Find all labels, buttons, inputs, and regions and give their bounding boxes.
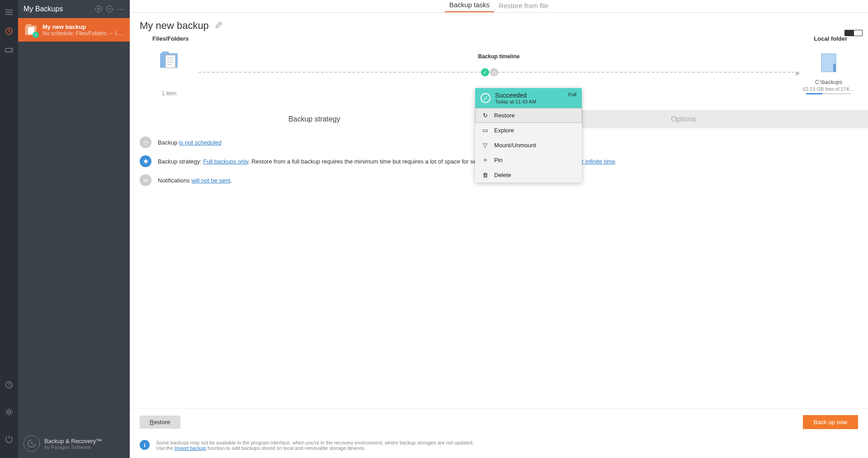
dest-path: C:\backups bbox=[815, 79, 842, 85]
source-block[interactable]: 1 item bbox=[140, 48, 198, 97]
backup-item-subtitle: No schedule: Files/Folders → Loca... bbox=[42, 30, 124, 37]
timeline-node[interactable] bbox=[481, 68, 498, 76]
context-popup: Succeeded Today at 11:43 AM Full ↻Restor… bbox=[475, 88, 582, 182]
source-item-count: 1 item bbox=[162, 90, 177, 97]
add-backup-icon[interactable] bbox=[94, 5, 103, 13]
popup-success-icon bbox=[481, 93, 491, 103]
disk-icon[interactable] bbox=[4, 45, 14, 56]
dest-block[interactable]: C:\backups 62.13 GB free of 174.... bbox=[799, 50, 858, 94]
settings-icon[interactable] bbox=[4, 407, 14, 417]
strategy-icon: ✱ bbox=[140, 155, 151, 167]
pin-icon: ✧ bbox=[481, 157, 489, 164]
notification-icon: ✉ bbox=[140, 174, 151, 186]
main-content: Backup tasks Restore from file My new ba… bbox=[130, 0, 868, 458]
svg-point-2 bbox=[11, 50, 12, 51]
popup-time: Today at 11:43 AM bbox=[495, 99, 568, 104]
product-name: Backup & Recovery™ bbox=[44, 438, 102, 444]
more-icon[interactable]: ⋯ bbox=[116, 5, 124, 13]
popup-explore[interactable]: ▭Explore bbox=[475, 123, 582, 138]
success-badge-icon bbox=[33, 32, 39, 38]
source-label: Files/Folders bbox=[152, 35, 189, 42]
company-name: by Paragon Software bbox=[44, 444, 102, 450]
remove-backup-icon[interactable] bbox=[105, 5, 113, 13]
svg-rect-11 bbox=[833, 64, 836, 72]
mount-icon: ▽ bbox=[481, 142, 489, 149]
dest-usage-bar bbox=[806, 93, 851, 94]
product-logo-icon bbox=[24, 435, 40, 452]
timeline-label: Backup timeline bbox=[478, 53, 519, 60]
menu-icon[interactable] bbox=[4, 7, 14, 18]
restore-label: estore bbox=[154, 419, 170, 425]
delete-icon: 🗑 bbox=[481, 172, 489, 178]
schedule-link[interactable]: is not scheduled bbox=[179, 139, 222, 146]
restore-icon: ↻ bbox=[481, 112, 489, 119]
popup-status: Succeeded bbox=[495, 92, 568, 99]
popup-tag: Full bbox=[568, 92, 576, 97]
popup-mount[interactable]: ▽Mount/Unmount bbox=[475, 138, 582, 153]
info-icon: i bbox=[140, 440, 150, 450]
folder-files-icon bbox=[157, 48, 181, 71]
strategy-link[interactable]: Full backups only bbox=[203, 158, 248, 165]
svg-text:?: ? bbox=[8, 383, 10, 388]
narrow-sidebar: ? bbox=[0, 0, 18, 458]
page-title: My new backup bbox=[140, 20, 209, 32]
backup-item-title: My new backup bbox=[42, 23, 124, 30]
explore-icon: ▭ bbox=[481, 127, 489, 134]
notification-link[interactable]: will not be sent bbox=[191, 177, 230, 184]
tab-restore-from-file[interactable]: Restore from file bbox=[494, 0, 553, 12]
tab-backup-tasks[interactable]: Backup tasks bbox=[445, 0, 494, 12]
import-backup-link[interactable]: Import backup bbox=[175, 445, 206, 451]
dest-label: Local folder bbox=[814, 35, 847, 42]
restore-button[interactable]: Restore bbox=[140, 416, 180, 429]
help-icon[interactable]: ? bbox=[4, 379, 14, 390]
svg-point-5 bbox=[8, 411, 10, 413]
power-icon[interactable] bbox=[4, 434, 14, 444]
history-icon[interactable] bbox=[4, 26, 14, 37]
backup-item-icon bbox=[24, 23, 38, 37]
svg-rect-9 bbox=[165, 55, 175, 68]
popup-pin[interactable]: ✧Pin bbox=[475, 153, 582, 168]
dest-free-space: 62.13 GB free of 174.... bbox=[803, 86, 854, 92]
folder-dest-icon bbox=[817, 50, 840, 74]
footer-line1: Some backups may not be available in the… bbox=[156, 440, 474, 445]
backup-list-item[interactable]: My new backup No schedule: Files/Folders… bbox=[18, 18, 130, 42]
backup-now-button[interactable]: Back up now bbox=[803, 415, 858, 429]
left-panel: My Backups ⋯ My new backup No schedule: … bbox=[18, 0, 130, 458]
clock-icon: ◷ bbox=[140, 136, 151, 148]
panel-title: My Backups bbox=[24, 5, 92, 13]
node-success-icon bbox=[481, 68, 489, 76]
node-clock-icon bbox=[490, 68, 498, 76]
popup-restore[interactable]: ↻Restore bbox=[475, 108, 582, 123]
popup-delete[interactable]: 🗑Delete bbox=[475, 168, 582, 182]
schedule-text: Backup bbox=[158, 139, 179, 146]
arrow-right-icon: ➤ bbox=[794, 69, 800, 78]
tab-backup-strategy[interactable]: Backup strategy bbox=[130, 110, 499, 128]
edit-title-icon[interactable] bbox=[215, 21, 222, 30]
